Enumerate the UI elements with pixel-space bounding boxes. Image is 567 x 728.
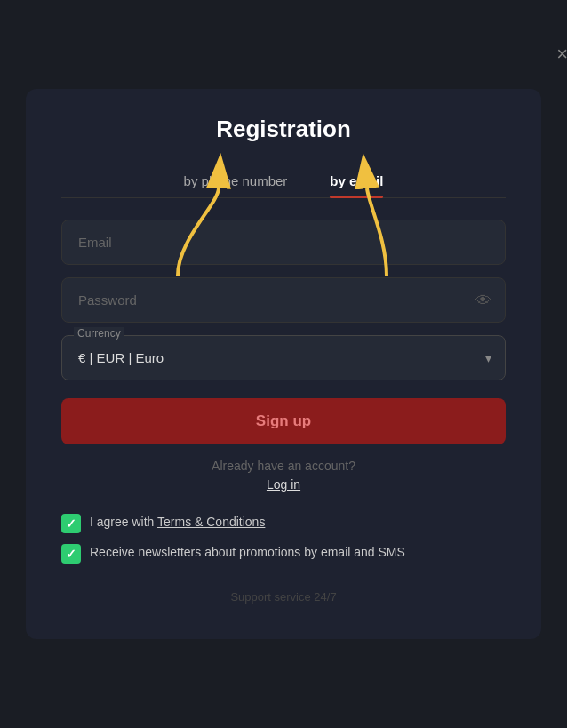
signup-button[interactable]: Sign up bbox=[61, 398, 506, 444]
email-input[interactable] bbox=[61, 220, 506, 265]
close-button[interactable]: × bbox=[556, 44, 567, 64]
checkmark-icon-2: ✓ bbox=[66, 547, 76, 561]
tab-email[interactable]: by email bbox=[308, 164, 404, 197]
email-group bbox=[61, 220, 506, 265]
currency-select[interactable]: € | EUR | Euro $ | USD | Dollar £ | GBP … bbox=[61, 335, 506, 380]
newsletter-checkbox-row: ✓ Receive newsletters about promotions b… bbox=[61, 544, 506, 564]
terms-link[interactable]: Terms & Conditions bbox=[157, 515, 265, 529]
modal-title: Registration bbox=[61, 116, 506, 143]
registration-modal: × Registration by phone number by email … bbox=[26, 89, 541, 639]
terms-checkbox[interactable]: ✓ bbox=[61, 514, 81, 533]
password-input[interactable] bbox=[61, 277, 506, 323]
toggle-password-icon[interactable]: 👁 bbox=[475, 291, 491, 309]
terms-checkbox-row: ✓ I agree with Terms & Conditions bbox=[61, 514, 506, 533]
password-group: 👁 bbox=[61, 277, 506, 323]
checkboxes-section: ✓ I agree with Terms & Conditions ✓ Rece… bbox=[61, 514, 506, 564]
newsletter-label: Receive newsletters about promotions by … bbox=[90, 544, 405, 562]
support-text: Support service 24/7 bbox=[61, 590, 506, 604]
registration-tabs: by phone number by email bbox=[61, 164, 506, 198]
currency-group: Currency € | EUR | Euro $ | USD | Dollar… bbox=[61, 335, 506, 380]
newsletter-checkbox[interactable]: ✓ bbox=[61, 544, 81, 564]
checkmark-icon: ✓ bbox=[66, 516, 76, 531]
tab-phone[interactable]: by phone number bbox=[163, 164, 309, 197]
currency-label: Currency bbox=[74, 327, 124, 340]
login-link[interactable]: Log in bbox=[267, 477, 300, 492]
login-link-container: Log in bbox=[61, 476, 506, 492]
terms-label: I agree with Terms & Conditions bbox=[90, 514, 265, 532]
already-account-text: Already have an account? bbox=[61, 459, 506, 473]
